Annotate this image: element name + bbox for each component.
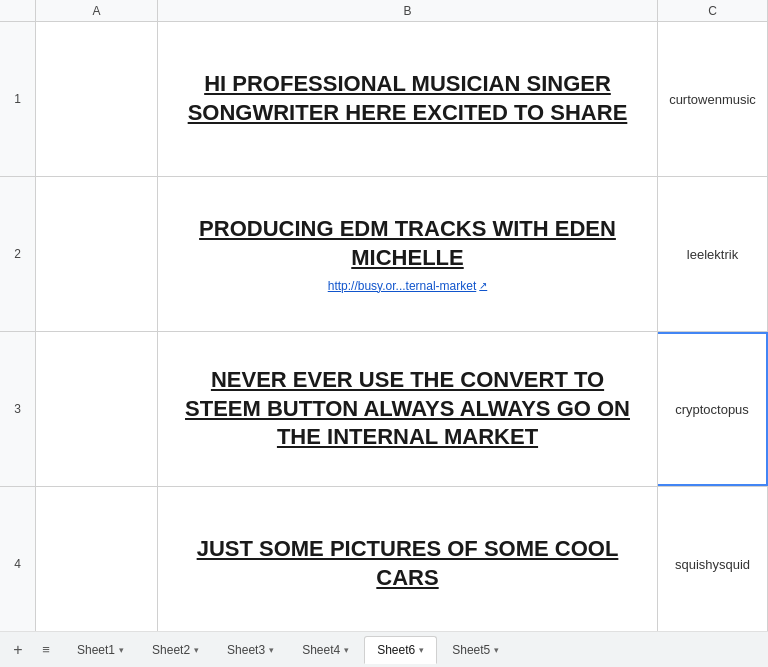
column-header-row: A B C (0, 0, 768, 22)
cell-b2-link[interactable]: http://busy.or...ternal-market ↗ (328, 279, 488, 293)
tab-sheet3-label: Sheet3 (227, 643, 265, 657)
tab-sheet2-label: Sheet2 (152, 643, 190, 657)
external-link-icon: ↗ (479, 280, 487, 291)
tab-sheet5-arrow: ▾ (494, 645, 499, 655)
cell-b2-title: PRODUCING EDM TRACKS WITH EDEN MICHELLE (173, 215, 642, 272)
data-rows: 1 HI PROFESSIONAL MUSICIAN SINGER SONGWR… (0, 22, 768, 631)
row-num-header-corner (0, 0, 36, 21)
tab-sheet1-arrow: ▾ (119, 645, 124, 655)
tab-sheet2-arrow: ▾ (194, 645, 199, 655)
cell-b4-title: JUST SOME PICTURES OF SOME COOL CARS (173, 535, 642, 592)
column-header-a[interactable]: A (36, 0, 158, 21)
column-header-c[interactable]: C (658, 0, 768, 21)
table-row: 1 HI PROFESSIONAL MUSICIAN SINGER SONGWR… (0, 22, 768, 177)
cell-b3-title: NEVER EVER USE THE CONVERT TO STEEM BUTT… (173, 366, 642, 452)
cell-c3[interactable]: cryptoctopus (658, 332, 768, 486)
table-row: 2 PRODUCING EDM TRACKS WITH EDEN MICHELL… (0, 177, 768, 332)
tab-sheet4[interactable]: Sheet4 ▾ (289, 636, 362, 664)
tab-sheet4-label: Sheet4 (302, 643, 340, 657)
cell-b4[interactable]: JUST SOME PICTURES OF SOME COOL CARS (158, 487, 658, 631)
cell-c4[interactable]: squishysquid (658, 487, 768, 631)
column-header-b[interactable]: B (158, 0, 658, 21)
cell-b1-title: HI PROFESSIONAL MUSICIAN SINGER SONGWRIT… (173, 70, 642, 127)
sheet-tabs-bar: + ≡ Sheet1 ▾ Sheet2 ▾ Sheet3 ▾ Sheet4 ▾ … (0, 631, 768, 667)
row-number-4: 4 (0, 487, 36, 631)
cell-b3[interactable]: NEVER EVER USE THE CONVERT TO STEEM BUTT… (158, 332, 658, 486)
cell-b1[interactable]: HI PROFESSIONAL MUSICIAN SINGER SONGWRIT… (158, 22, 658, 176)
cell-b2[interactable]: PRODUCING EDM TRACKS WITH EDEN MICHELLE … (158, 177, 658, 331)
tab-sheet4-arrow: ▾ (344, 645, 349, 655)
row-number-2: 2 (0, 177, 36, 331)
tab-sheet6-arrow: ▾ (419, 645, 424, 655)
row-number-1: 1 (0, 22, 36, 176)
tab-sheet6[interactable]: Sheet6 ▾ (364, 636, 437, 664)
tab-sheet1[interactable]: Sheet1 ▾ (64, 636, 137, 664)
table-row: 4 JUST SOME PICTURES OF SOME COOL CARS s… (0, 487, 768, 631)
cell-a2[interactable] (36, 177, 158, 331)
tab-sheet3-arrow: ▾ (269, 645, 274, 655)
cell-c1[interactable]: curtowenmusic (658, 22, 768, 176)
tab-sheet5[interactable]: Sheet5 ▾ (439, 636, 512, 664)
cell-a3[interactable] (36, 332, 158, 486)
tab-sheet6-label: Sheet6 (377, 643, 415, 657)
add-sheet-button[interactable]: + (4, 636, 32, 664)
cell-a1[interactable] (36, 22, 158, 176)
table-row: 3 NEVER EVER USE THE CONVERT TO STEEM BU… (0, 332, 768, 487)
row-number-3: 3 (0, 332, 36, 486)
tab-sheet2[interactable]: Sheet2 ▾ (139, 636, 212, 664)
spreadsheet: A B C 1 HI PROFESSIONAL MUSICIAN SINGER … (0, 0, 768, 631)
cell-a4[interactable] (36, 487, 158, 631)
cell-c2[interactable]: leelektrik (658, 177, 768, 331)
tab-sheet3[interactable]: Sheet3 ▾ (214, 636, 287, 664)
tab-sheet1-label: Sheet1 (77, 643, 115, 657)
tab-sheet5-label: Sheet5 (452, 643, 490, 657)
sheet-list-button[interactable]: ≡ (32, 636, 60, 664)
